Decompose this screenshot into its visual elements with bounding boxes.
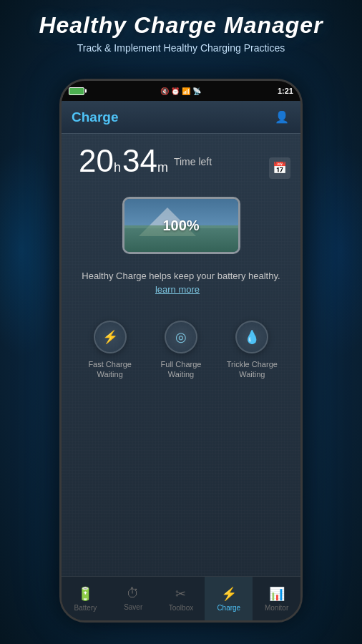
toolbox-nav-icon: ✂ — [175, 586, 186, 602]
battery-visual: 100% — [117, 192, 245, 260]
minutes-value: 34 — [122, 145, 157, 177]
app-title: Healthy Charge Manager — [14, 13, 348, 38]
signal-icon: 📡 — [192, 87, 201, 95]
clock-display: 1:21 — [278, 87, 293, 95]
status-battery-icon — [69, 87, 84, 95]
full-charge-label: Full ChargeWaiting — [161, 359, 202, 380]
wifi-icon: 📶 — [182, 87, 190, 95]
user-profile-icon[interactable]: 👤 — [273, 109, 290, 126]
nav-saver[interactable]: ⏱ Saver — [109, 577, 157, 620]
time-left-suffix: Time left — [174, 156, 212, 167]
charge-modes-container: ⚡ Fast ChargeWaiting ◎ Full ChargeWaitin… — [72, 308, 290, 380]
saver-nav-label: Saver — [124, 603, 142, 611]
full-charge-mode[interactable]: ◎ Full ChargeWaiting — [145, 321, 216, 380]
status-icons: 🔇 ⏰ 📶 📡 — [160, 87, 201, 95]
monitor-nav-label: Monitor — [265, 604, 288, 612]
fast-charge-mode[interactable]: ⚡ Fast ChargeWaiting — [74, 321, 145, 380]
battery-percent-label: 100% — [162, 218, 199, 234]
nav-monitor[interactable]: 📊 Monitor — [253, 577, 300, 620]
hours-value: 20 — [79, 145, 114, 177]
battery-nav-label: Battery — [74, 604, 97, 612]
trickle-charge-icon: 💧 — [235, 321, 268, 353]
app-subtitle: Track & Implement Healthy Charging Pract… — [14, 42, 348, 54]
minutes-label: m — [157, 160, 168, 175]
charge-modes-list: ⚡ Fast ChargeWaiting ◎ Full ChargeWaitin… — [72, 321, 290, 380]
charge-nav-label: Charge — [217, 604, 240, 612]
calendar-icon[interactable]: 📅 — [269, 157, 290, 179]
phone-frame: 🔇 ⏰ 📶 📡 1:21 Charge 👤 20 h 34 m Time lef… — [59, 79, 303, 623]
status-time: 1:21 — [278, 87, 293, 95]
app-topbar-title: Charge — [72, 109, 118, 125]
hours-label: h — [114, 160, 121, 175]
time-left-display: 20 h 34 m Time left 📅 — [72, 145, 290, 179]
fast-charge-label: Fast ChargeWaiting — [88, 359, 132, 380]
nav-battery[interactable]: 🔋 Battery — [62, 577, 109, 620]
learn-more-link[interactable]: learn more — [155, 284, 207, 295]
glow-right — [298, 143, 362, 358]
nav-toolbox[interactable]: ✂ Toolbox — [157, 577, 205, 620]
battery-fill-indicator — [70, 89, 83, 94]
alarm-icon: ⏰ — [171, 87, 180, 95]
fast-charge-icon: ⚡ — [94, 321, 127, 353]
app-topbar: Charge 👤 — [62, 101, 300, 134]
info-text: Healthy Charge helps keep your battery h… — [82, 270, 280, 283]
status-bar: 🔇 ⏰ 📶 📡 1:21 — [62, 81, 300, 101]
toolbox-nav-label: Toolbox — [169, 604, 193, 612]
charge-nav-icon: ⚡ — [221, 586, 237, 602]
bottom-nav: 🔋 Battery ⏱ Saver ✂ Toolbox ⚡ Charge 📊 M… — [62, 576, 300, 620]
full-charge-icon: ◎ — [165, 321, 197, 353]
mute-icon: 🔇 — [160, 87, 169, 95]
battery-body: 100% — [122, 197, 240, 254]
saver-nav-icon: ⏱ — [127, 586, 140, 601]
monitor-nav-icon: 📊 — [269, 586, 285, 602]
battery-nav-icon: 🔋 — [77, 586, 93, 602]
trickle-charge-mode[interactable]: 💧 Trickle ChargeWaiting — [217, 321, 288, 380]
status-left — [69, 87, 84, 95]
app-main-content: 20 h 34 m Time left 📅 100% — [62, 134, 300, 576]
glow-left — [0, 143, 64, 358]
header: Healthy Charge Manager Track & Implement… — [0, 0, 362, 61]
trickle-charge-label: Trickle ChargeWaiting — [227, 359, 278, 380]
app-screen: Charge 👤 20 h 34 m Time left 📅 — [62, 101, 300, 620]
nav-charge[interactable]: ⚡ Charge — [205, 577, 253, 620]
